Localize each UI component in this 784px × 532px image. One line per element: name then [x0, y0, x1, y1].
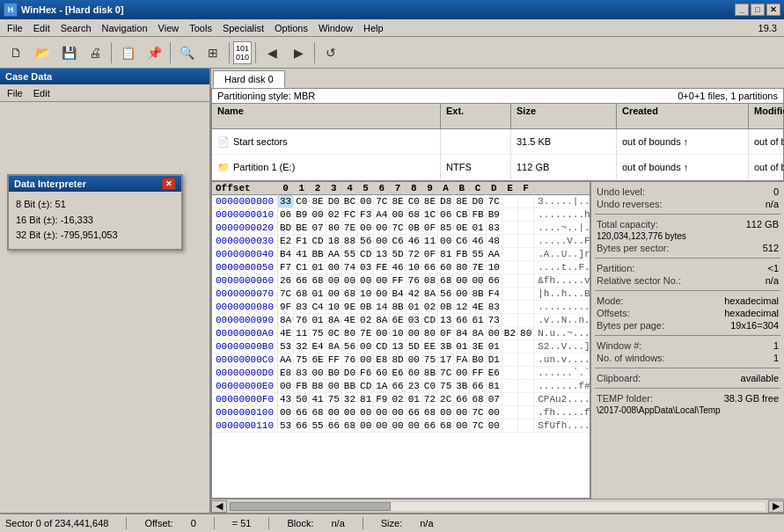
hex-byte[interactable]: 02	[421, 301, 437, 314]
copy-button[interactable]: 📋	[115, 40, 140, 65]
hex-byte[interactable]: 66	[454, 314, 470, 327]
hex-byte[interactable]: 75	[438, 380, 454, 393]
hex-byte[interactable]: FF	[326, 353, 341, 367]
hex-byte[interactable]: 7C	[374, 195, 390, 208]
hex-row[interactable]: 00000000F0435041753281F90201722C666807CP…	[212, 393, 590, 406]
hex-byte[interactable]: 00	[358, 274, 374, 288]
hex-byte[interactable]: 11	[294, 327, 310, 340]
search-button[interactable]: 🔍	[174, 40, 199, 65]
hex-byte[interactable]: 68	[310, 274, 326, 288]
hex-byte[interactable]: 10	[358, 288, 374, 301]
hex-byte[interactable]: 00	[358, 419, 374, 433]
hex-byte[interactable]: C6	[454, 235, 470, 248]
hex-byte[interactable]: 3B	[438, 340, 454, 353]
hex-byte[interactable]: 6E	[310, 353, 326, 367]
hex-row[interactable]: 00000000E000FBB800BBCD1A6623C0753B6681..…	[212, 380, 590, 393]
hex-byte[interactable]: 00	[374, 288, 390, 301]
print-button[interactable]: 🖨	[83, 40, 107, 65]
hex-byte[interactable]: 01	[486, 340, 502, 353]
hex-byte[interactable]: E8	[278, 367, 294, 380]
hex-byte[interactable]	[518, 353, 534, 367]
hex-row[interactable]: 0000000030E2F1CD18885600C6461100C64648..…	[212, 235, 590, 248]
hex-byte[interactable]: 01	[310, 261, 326, 274]
menu-view[interactable]: View	[153, 21, 185, 35]
hex-byte[interactable]: 75	[421, 353, 437, 367]
hex-byte[interactable]	[518, 301, 534, 314]
scroll-track[interactable]	[229, 501, 766, 512]
hex-byte[interactable]: 66	[486, 274, 502, 288]
hex-byte[interactable]: 50	[294, 393, 310, 406]
hex-byte[interactable]: 07	[486, 393, 502, 406]
hex-byte[interactable]: 00	[374, 274, 390, 288]
hex-byte[interactable]: 8A	[326, 340, 341, 353]
hex-byte[interactable]	[518, 222, 534, 235]
hex-row[interactable]: 00000000707C680100681000B4428A56008BF4|h…	[212, 288, 590, 301]
hex-byte[interactable]: 68	[341, 288, 357, 301]
hex-byte[interactable]: 00	[326, 380, 341, 393]
minimize-button[interactable]: _	[735, 4, 749, 16]
hex-byte[interactable]: BB	[341, 380, 357, 393]
hex-byte[interactable]: 74	[341, 261, 357, 274]
hex-byte[interactable]: 66	[326, 419, 341, 433]
hex-byte[interactable]: 68	[438, 419, 454, 433]
nav-prev[interactable]: ◀	[260, 40, 284, 65]
hex-byte[interactable]: 80	[454, 261, 470, 274]
hex-byte[interactable]: 32	[341, 393, 357, 406]
hex-byte[interactable]: 03	[406, 314, 421, 327]
hex-byte[interactable]: 3E	[470, 340, 486, 353]
hex-byte[interactable]: 7C	[470, 419, 486, 433]
hard-disk-tab[interactable]: Hard disk 0	[213, 70, 285, 88]
hex-byte[interactable]: BD	[278, 222, 294, 235]
hex-byte[interactable]: 00	[390, 406, 406, 419]
hex-byte[interactable]: 00	[374, 235, 390, 248]
scroll-left-btn[interactable]: ◀	[211, 500, 227, 513]
hex-byte[interactable]: 66	[470, 380, 486, 393]
hex-byte[interactable]: 4E	[278, 327, 294, 340]
hex-byte[interactable]: 00	[310, 208, 326, 222]
hex-byte[interactable]: 10	[326, 301, 341, 314]
hex-byte[interactable]: 80	[518, 327, 534, 340]
hex-byte[interactable]: 80	[326, 222, 341, 235]
hex-byte[interactable]: 01	[406, 301, 421, 314]
hex-byte[interactable]: 00	[341, 406, 357, 419]
hex-byte[interactable]	[502, 367, 517, 380]
hex-byte[interactable]: 9F	[278, 301, 294, 314]
hex-byte[interactable]: 66	[390, 380, 406, 393]
hex-byte[interactable]: 68	[438, 274, 454, 288]
hex-byte[interactable]: 61	[470, 314, 486, 327]
hex-byte[interactable]: 02	[326, 208, 341, 222]
hex-byte[interactable]	[502, 208, 517, 222]
case-edit-menu[interactable]: Edit	[28, 86, 55, 100]
hex-byte[interactable]: 7E	[341, 222, 357, 235]
hex-byte[interactable]: 13	[390, 340, 406, 353]
hex-byte[interactable]: 7C	[438, 367, 454, 380]
hex-byte[interactable]: 66	[454, 393, 470, 406]
hex-byte[interactable]: CD	[421, 314, 437, 327]
hex-byte[interactable]: B4	[278, 248, 294, 261]
hex-byte[interactable]: B9	[486, 208, 502, 222]
hex-row[interactable]: 0000000050F7C101007403FE46106660807E10..…	[212, 261, 590, 274]
hex-byte[interactable]: 5D	[406, 340, 421, 353]
hex-byte[interactable]: 60	[374, 367, 390, 380]
hex-byte[interactable]: FA	[454, 353, 470, 367]
hex-row[interactable]: 00000000A04E11750C807E001000800F848A00B2…	[212, 327, 590, 340]
hex-byte[interactable]: 01	[470, 222, 486, 235]
hex-byte[interactable]: 2C	[438, 393, 454, 406]
hex-byte[interactable]: 00	[438, 235, 454, 248]
hex-byte[interactable]: 00	[358, 222, 374, 235]
hex-byte[interactable]: 7E	[358, 327, 374, 340]
hex-byte[interactable]: B8	[310, 380, 326, 393]
hex-byte[interactable]: 76	[294, 314, 310, 327]
menu-specialist[interactable]: Specialist	[217, 21, 269, 35]
hex-byte[interactable]: 8E	[310, 195, 326, 208]
hex-byte[interactable]: FB	[470, 208, 486, 222]
hex-byte[interactable]: CD	[374, 340, 390, 353]
hex-byte[interactable]: 00	[470, 274, 486, 288]
menu-help[interactable]: Help	[358, 21, 389, 35]
hex-byte[interactable]: 14	[374, 301, 390, 314]
hex-byte[interactable]: 0F	[421, 222, 437, 235]
hex-byte[interactable]: 17	[438, 353, 454, 367]
hex-byte[interactable]: C0	[421, 380, 437, 393]
menu-options[interactable]: Options	[269, 21, 313, 35]
hex-byte[interactable]: 81	[358, 393, 374, 406]
